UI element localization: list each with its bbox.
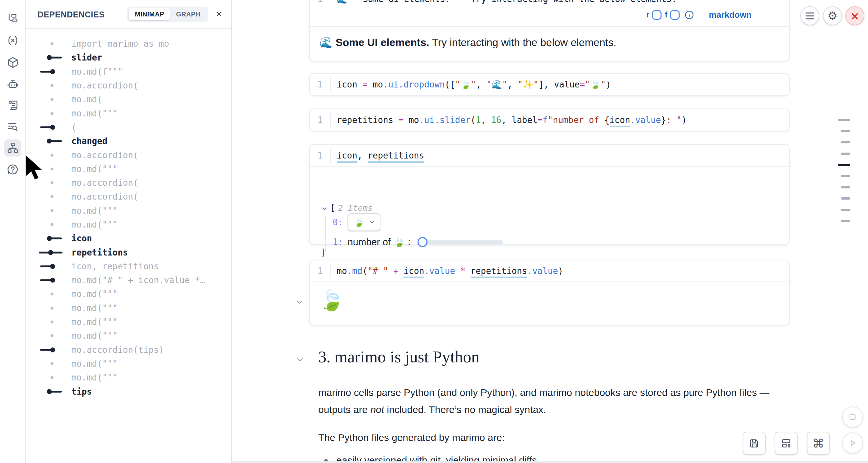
minimap-mark[interactable]	[841, 220, 850, 222]
dependency-item[interactable]: mo.md("""	[26, 371, 230, 384]
line-number: 1	[310, 0, 330, 4]
minimap-mark[interactable]	[838, 164, 850, 166]
minimap-mark[interactable]	[841, 130, 850, 132]
code-text: icon, repetitions	[331, 151, 424, 160]
dependencies-button[interactable]	[4, 140, 21, 157]
dependency-label: mo.accordion(tips)	[71, 345, 164, 355]
dependency-item[interactable]: mo.md("""	[26, 301, 230, 315]
dot-marker-icon	[39, 333, 69, 339]
notebook-menu-button[interactable]	[800, 6, 819, 25]
cell-info-button[interactable]	[684, 10, 694, 20]
command-icon: ⌘	[812, 437, 824, 450]
dot-marker-icon	[39, 319, 69, 325]
minimap-mark[interactable]	[841, 186, 850, 188]
ai-assistant-button[interactable]	[4, 75, 21, 93]
dependency-item[interactable]: mo.md("""	[26, 106, 230, 120]
file-explorer-button[interactable]	[4, 10, 21, 27]
dependency-item[interactable]: mo.md("""	[26, 218, 230, 232]
logs-button[interactable]	[4, 97, 21, 114]
save-button[interactable]	[743, 432, 766, 455]
packages-button[interactable]	[4, 54, 21, 71]
code-text: 🌊 **Some UI elements.** Try interacting …	[331, 0, 677, 4]
dependency-item[interactable]: mo.md(f"""	[26, 65, 230, 79]
dependency-item[interactable]: (	[26, 120, 230, 134]
dependency-item[interactable]: mo.md("""	[26, 357, 230, 371]
dependency-item[interactable]: repetitions	[26, 245, 230, 259]
format-checkbox[interactable]	[670, 10, 680, 20]
command-palette-button[interactable]: ⌘	[807, 432, 830, 455]
items-count-label: 2 Items	[338, 203, 373, 213]
variables-button[interactable]	[4, 32, 21, 49]
dependency-item[interactable]: mo.accordion(tips)	[26, 343, 230, 357]
dependency-item[interactable]: slider	[26, 51, 230, 64]
shutdown-button[interactable]: ×	[845, 6, 864, 25]
dependency-item[interactable]: mo.accordion(	[26, 190, 230, 204]
slider-track[interactable]	[417, 240, 503, 244]
minimap-mark[interactable]	[838, 119, 850, 121]
cell-markdown-intro: 1 🌊 **Some UI elements.** Try interactin…	[309, 0, 790, 61]
collapse-chevron-icon[interactable]	[321, 205, 328, 212]
section-heading: 3. marimo is just Python	[318, 347, 479, 366]
layout-button[interactable]	[775, 432, 798, 455]
tab-minimap[interactable]: MINIMAP	[129, 8, 170, 21]
tab-graph[interactable]: GRAPH	[170, 8, 206, 21]
tree-guide-line	[325, 216, 326, 251]
dependency-item[interactable]: mo.md(	[26, 92, 230, 106]
collapse-output-chevron-icon[interactable]	[295, 298, 304, 306]
dependency-item[interactable]: changed	[26, 134, 230, 148]
bracket-close: ]	[321, 247, 326, 257]
dependency-item[interactable]: icon, repetitions	[26, 259, 230, 273]
minimap-mark[interactable]	[841, 175, 850, 177]
dependency-label: mo.md("""	[71, 206, 118, 216]
icon-dropdown[interactable]: 🍃	[347, 213, 380, 231]
dependency-label: mo.md("""	[71, 220, 118, 229]
dependency-item[interactable]: mo.md("""	[26, 287, 230, 301]
repetitions-slider[interactable]	[417, 237, 503, 247]
line-number: 1	[310, 80, 330, 89]
dependency-item[interactable]: mo.accordion(	[26, 148, 230, 162]
language-mode-label[interactable]: markdown	[709, 10, 752, 20]
dependency-label: import marimo as mo	[71, 39, 169, 49]
code-line[interactable]: 1 icon = mo.ui.dropdown(["🍃", "🌊", "✨"],…	[310, 74, 789, 95]
dependency-item[interactable]: tips	[26, 384, 230, 398]
dependency-item[interactable]: mo.md("""	[26, 329, 230, 343]
dependency-label: mo.accordion(	[71, 150, 138, 160]
panel-close-button[interactable]: ×	[212, 7, 226, 21]
dependency-item[interactable]: import marimo as mo	[26, 37, 230, 51]
dependency-item[interactable]: mo.accordion(	[26, 79, 230, 92]
run-checkbox[interactable]	[652, 10, 661, 20]
stop-button[interactable]	[842, 406, 863, 428]
minimap-mark[interactable]	[841, 197, 850, 199]
minimap-mark[interactable]	[841, 209, 850, 211]
dependency-label: repetitions	[71, 248, 128, 257]
dependency-item[interactable]: mo.md("# " + icon.value *…	[26, 273, 230, 287]
ref-marker-icon	[39, 68, 69, 75]
section-collapse-chevron-icon[interactable]	[295, 355, 305, 364]
cell-footer-toolbar: r f markdown	[646, 7, 752, 23]
code-line[interactable]: 1 mo.md("# " + icon.value * repetitions.…	[310, 260, 789, 281]
dependency-item[interactable]: mo.md("""	[26, 204, 230, 218]
code-line[interactable]: 1 repetitions = mo.ui.slider(1, 16, labe…	[310, 109, 789, 131]
paragraph-2: The Python files generated by marimo are…	[318, 429, 779, 446]
settings-button[interactable]: ⚙	[823, 6, 842, 25]
dependency-label: mo.md(f"""	[71, 67, 123, 76]
slider-knob[interactable]	[417, 237, 427, 247]
markdown-output: 🌊 Some UI elements. Try interacting with…	[310, 27, 789, 49]
dependency-item[interactable]: icon	[26, 232, 230, 245]
list-search-icon	[7, 120, 19, 133]
run-button[interactable]	[842, 432, 863, 454]
code-line[interactable]: 1 icon, repetitions	[310, 145, 789, 166]
snippets-button[interactable]	[4, 118, 21, 135]
help-button[interactable]	[4, 161, 21, 178]
cell-minimap	[838, 119, 850, 224]
dot-marker-icon	[39, 40, 69, 47]
code-line[interactable]: 1 🌊 **Some UI elements.** Try interactin…	[310, 0, 789, 4]
dependency-item[interactable]: mo.accordion(	[26, 176, 230, 190]
minimap-mark[interactable]	[841, 153, 850, 155]
dependency-label: slider	[71, 53, 102, 62]
dependencies-panel: DEPENDENCIES MINIMAP GRAPH × import mari…	[26, 0, 232, 463]
activity-bar	[0, 0, 26, 463]
dependency-item[interactable]: mo.md("""	[26, 162, 230, 176]
minimap-mark[interactable]	[841, 141, 850, 143]
dependency-item[interactable]: mo.md("""	[26, 315, 230, 329]
